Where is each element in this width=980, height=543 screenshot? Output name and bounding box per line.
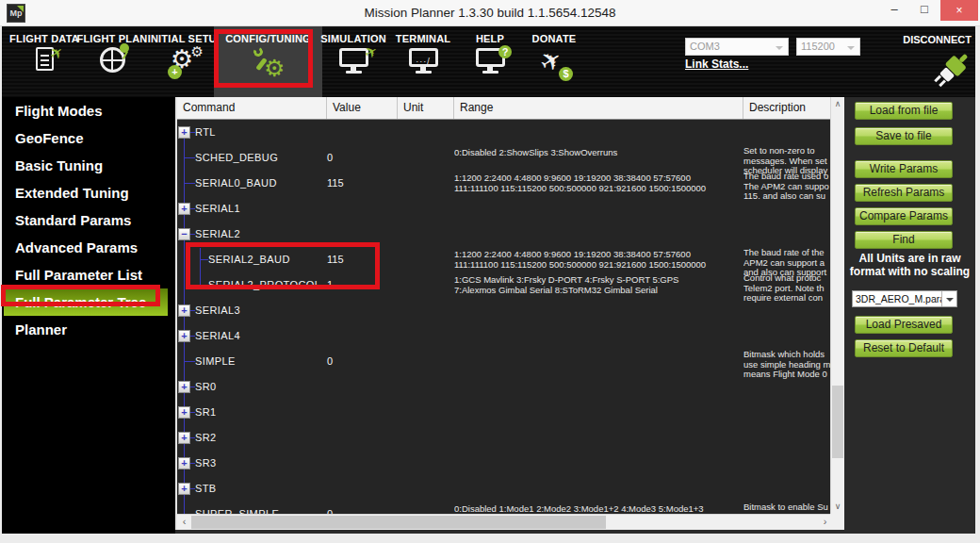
load-presaved-button[interactable]: Load Presaved [855,316,953,334]
expand-toggle-icon[interactable]: + [178,330,190,342]
row-sr2[interactable]: +SR2 [177,425,832,451]
column-header-command: Command [177,97,327,119]
com-port-select[interactable]: COM3 [685,38,789,56]
reset-to-default-button[interactable]: Reset to Default [855,339,953,357]
expand-toggle-icon[interactable]: + [178,203,190,215]
param-name: SERIAL2_PROTOCOL [208,272,320,298]
scroll-down-icon[interactable]: ∨ [831,500,844,514]
compare-params-button[interactable]: Compare Params [855,207,953,225]
group-name: SERIAL2 [195,222,240,247]
sidebar-item-planner[interactable]: Planner [2,316,175,343]
param-description: Bitmask to enable Susome flight modes. S [743,502,831,514]
save-to-file-button[interactable]: Save to file [855,127,953,145]
load-from-file-button[interactable]: Load from file [855,102,953,120]
sidebar-item-standard-params[interactable]: Standard Params [2,206,175,234]
tab-terminal[interactable]: TERMINAL ···/ [381,26,466,97]
scroll-up-icon[interactable]: ∧ [831,97,844,111]
sidebar-item-basic-tuning[interactable]: Basic Tuning [2,152,175,179]
row-serial0-baud[interactable]: SERIAL0_BAUD 115 1:1200 2:2400 4:4800 9:… [177,171,832,196]
row-serial2-baud[interactable]: SERIAL2_BAUD 115 1:1200 2:2400 4:4800 9:… [177,247,832,272]
collapse-toggle-icon[interactable]: − [178,228,190,240]
title-bar: Mp Mission Planner 1.3.30 build 1.1.5654… [0,0,980,26]
wrench-icon [252,46,264,58]
refresh-params-button[interactable]: Refresh Params [855,184,953,202]
close-button[interactable]: × [940,0,978,21]
find-button[interactable]: Find [855,231,953,249]
window-title: Mission Planner 1.3.30 build 1.1.5654.12… [0,0,980,25]
param-value[interactable]: 115 [327,247,398,272]
param-range: 0:Disabled 1:Mode1 2:Mode2 3:Mode1+2 4:M… [454,504,740,514]
row-sr1[interactable]: +SR1 [177,400,832,425]
maximize-button[interactable]: □ [910,0,939,21]
tab-label: TERMINAL [381,33,466,44]
param-value[interactable]: 0 [327,502,398,514]
expand-toggle-icon[interactable]: + [178,457,190,469]
config-sidebar: Flight Modes GeoFence Basic Tuning Exten… [2,97,175,534]
baud-rate-select[interactable]: 115200 [796,38,860,56]
tab-config-tuning[interactable]: CONFIG/TUNING ⚙ [214,26,322,97]
vertical-scrollbar-thumb[interactable] [832,386,843,458]
group-name: SR3 [195,451,217,476]
write-params-button[interactable]: Write Params [855,160,953,178]
row-serial3[interactable]: +SERIAL3 [177,298,832,323]
row-stb[interactable]: +STB [177,476,832,502]
sidebar-item-geofence[interactable]: GeoFence [2,124,175,152]
sidebar-item-advanced-params[interactable]: Advanced Params [2,234,175,261]
sidebar-item-full-parameter-tree[interactable]: Full Parameter Tree [4,288,168,316]
row-simple[interactable]: SIMPLE 0 Bitmask which holdsuse simple h… [177,349,832,374]
row-super-simple[interactable]: SUPER_SIMPLE 0 0:Disabled 1:Mode1 2:Mode… [177,502,832,514]
gear-icon: ⚙ [264,57,285,80]
sidebar-item-extended-tuning[interactable]: Extended Tuning [2,179,175,206]
scroll-left-icon[interactable]: ‹ [177,515,191,530]
group-name: SR2 [195,425,217,451]
expand-toggle-icon[interactable]: + [178,304,190,317]
row-serial4[interactable]: +SERIAL4 [177,323,832,349]
horizontal-scrollbar[interactable]: ‹ › [177,514,832,530]
group-name: SERIAL1 [195,196,240,222]
terminal-prompt-glyph: ···/ [402,57,444,66]
expand-toggle-icon[interactable]: + [178,126,190,139]
expand-toggle-icon[interactable]: + [178,432,190,444]
dollar-badge-icon: $ [559,67,573,81]
column-header-unit: Unit [398,97,454,119]
row-sched-debug[interactable]: SCHED_DEBUG 0 0:Disabled 2:ShowSlips 3:S… [177,145,832,171]
expand-toggle-icon[interactable]: + [178,406,190,419]
disconnect-plug-icon[interactable] [930,47,973,94]
param-value[interactable]: 0 [327,145,398,171]
flight-data-icon: ✈ [24,47,65,85]
expand-toggle-icon[interactable]: + [178,381,190,393]
plus-badge-icon: + [168,65,182,79]
row-serial2-protocol[interactable]: SERIAL2_PROTOCOL 1 1:GCS Mavlink 3:Frsky… [177,272,832,298]
group-name: SR0 [195,374,217,400]
param-value[interactable]: 115 [327,171,398,196]
units-note: All Units are in raw format with no scal… [844,252,975,278]
param-value[interactable]: 0 [327,349,398,374]
param-range: 1:1200 2:2400 4:4800 9:9600 19:19200 38:… [454,250,740,270]
column-header-description: Description [743,97,832,119]
column-header-value: Value [327,97,398,119]
scrollbar-corner [830,514,844,530]
group-name: RTL [195,120,216,145]
row-sr0[interactable]: +SR0 [177,374,832,400]
tab-donate[interactable]: DONATE ✈ $ [511,26,597,97]
param-range: 0:Disabled 2:ShowSlips 3:ShowOverruns [454,148,740,158]
sidebar-item-flight-modes[interactable]: Flight Modes [2,97,175,124]
content-area: Flight Modes GeoFence Basic Tuning Exten… [2,97,975,534]
flight-plan-icon [91,47,133,85]
row-serial1[interactable]: +SERIAL1 [177,196,832,222]
config-tuning-icon: ⚙ [248,45,289,83]
param-value[interactable]: 1 [327,272,398,298]
simulation-icon: ✈ [333,48,374,86]
minimize-button[interactable]: – [880,0,908,21]
horizontal-scrollbar-thumb[interactable] [191,516,606,529]
row-rtl[interactable]: +RTL [177,120,832,145]
vertical-scrollbar[interactable]: ∧ ∨ [830,97,844,514]
row-serial2[interactable]: −SERIAL2 [177,222,832,247]
chevron-down-icon[interactable] [941,291,956,306]
row-sr3[interactable]: +SR3 [177,451,832,476]
sidebar-item-full-parameter-list[interactable]: Full Parameter List [2,261,175,288]
expand-toggle-icon[interactable]: + [178,483,190,495]
disconnect-label: DISCONNECT [903,34,972,45]
link-stats-link[interactable]: Link Stats... [685,58,748,71]
preset-file-select[interactable]: 3DR_AERO_M.para [852,290,957,307]
